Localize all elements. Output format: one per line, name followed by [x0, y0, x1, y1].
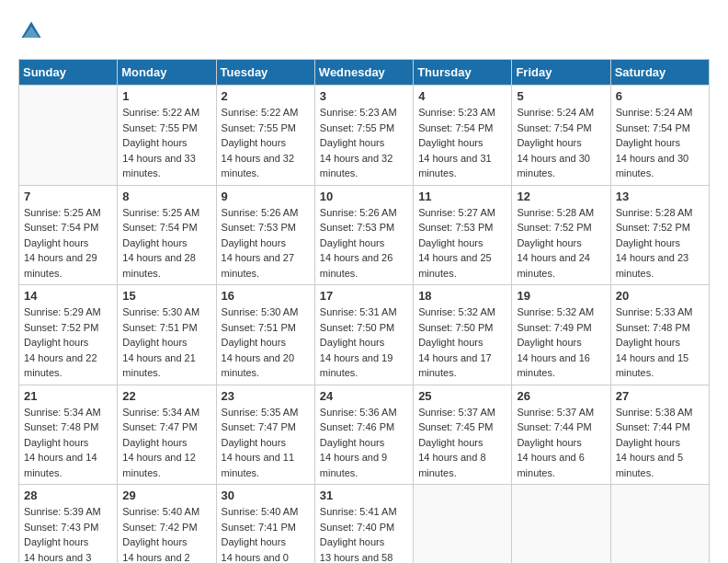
daylight-label: Daylight hours — [122, 536, 187, 547]
day-number: 17 — [320, 289, 408, 303]
day-number: 28 — [24, 488, 112, 502]
sunset-label: Sunset: 7:46 PM — [320, 421, 394, 432]
daylight-label: Daylight hours — [418, 237, 483, 248]
daylight-label: Daylight hours — [616, 437, 680, 448]
days-of-week-row: SundayMondayTuesdayWednesdayThursdayFrid… — [19, 60, 710, 86]
sunrise-label: Sunrise: 5:40 AM — [122, 506, 199, 517]
daylight-duration: 14 hours and 30 minutes. — [616, 153, 689, 179]
calendar-day-cell: 15 Sunrise: 5:30 AM Sunset: 7:51 PM Dayl… — [118, 285, 216, 385]
calendar-day-cell — [19, 86, 118, 186]
daylight-duration: 14 hours and 30 minutes. — [517, 153, 590, 179]
sunrise-label: Sunrise: 5:26 AM — [320, 207, 397, 218]
daylight-label: Daylight hours — [418, 437, 483, 448]
day-info: Sunrise: 5:36 AM Sunset: 7:46 PM Dayligh… — [320, 405, 408, 481]
calendar-day-cell: 26 Sunrise: 5:37 AM Sunset: 7:44 PM Dayl… — [512, 385, 610, 485]
calendar-week-row: 28 Sunrise: 5:39 AM Sunset: 7:43 PM Dayl… — [19, 485, 710, 564]
calendar-table: SundayMondayTuesdayWednesdayThursdayFrid… — [18, 59, 710, 563]
day-of-week-header: Thursday — [414, 60, 512, 86]
sunset-label: Sunset: 7:54 PM — [122, 222, 197, 233]
day-info: Sunrise: 5:32 AM Sunset: 7:50 PM Dayligh… — [418, 304, 506, 381]
sunset-label: Sunset: 7:43 PM — [24, 522, 98, 533]
daylight-duration: 14 hours and 17 minutes. — [418, 352, 492, 379]
daylight-label: Daylight hours — [222, 237, 286, 248]
sunset-label: Sunset: 7:54 PM — [616, 122, 690, 133]
sunset-label: Sunset: 7:53 PM — [418, 222, 493, 233]
sunrise-label: Sunrise: 5:25 AM — [24, 207, 101, 218]
day-info: Sunrise: 5:33 AM Sunset: 7:48 PM Dayligh… — [616, 304, 704, 381]
day-number: 4 — [418, 89, 506, 103]
daylight-duration: 14 hours and 21 minutes. — [122, 352, 196, 379]
sunset-label: Sunset: 7:47 PM — [222, 421, 296, 432]
calendar-week-row: 1 Sunrise: 5:22 AM Sunset: 7:55 PM Dayli… — [19, 86, 710, 186]
calendar-day-cell: 5 Sunrise: 5:24 AM Sunset: 7:54 PM Dayli… — [512, 86, 610, 186]
sunrise-label: Sunrise: 5:23 AM — [418, 107, 495, 118]
day-of-week-header: Monday — [118, 60, 216, 86]
sunset-label: Sunset: 7:47 PM — [122, 421, 197, 432]
sunset-label: Sunset: 7:54 PM — [418, 122, 493, 133]
day-info: Sunrise: 5:24 AM Sunset: 7:54 PM Dayligh… — [616, 105, 704, 181]
daylight-duration: 14 hours and 26 minutes. — [320, 252, 393, 279]
daylight-label: Daylight hours — [320, 137, 384, 148]
calendar-day-cell: 18 Sunrise: 5:32 AM Sunset: 7:50 PM Dayl… — [414, 285, 512, 385]
daylight-label: Daylight hours — [122, 137, 187, 148]
sunset-label: Sunset: 7:55 PM — [222, 122, 296, 133]
daylight-duration: 14 hours and 9 minutes. — [320, 452, 387, 478]
sunset-label: Sunset: 7:51 PM — [222, 322, 296, 333]
day-info: Sunrise: 5:29 AM Sunset: 7:52 PM Dayligh… — [24, 304, 112, 381]
sunrise-label: Sunrise: 5:22 AM — [122, 107, 199, 118]
calendar-day-cell: 6 Sunrise: 5:24 AM Sunset: 7:54 PM Dayli… — [610, 86, 709, 186]
sunrise-label: Sunrise: 5:30 AM — [122, 306, 199, 317]
daylight-label: Daylight hours — [320, 536, 384, 547]
day-number: 20 — [616, 289, 704, 303]
day-number: 11 — [418, 190, 506, 203]
daylight-label: Daylight hours — [320, 237, 384, 248]
day-number: 13 — [616, 190, 704, 203]
day-number: 15 — [122, 289, 210, 303]
day-of-week-header: Wednesday — [314, 60, 413, 86]
sunrise-label: Sunrise: 5:29 AM — [24, 306, 101, 317]
day-number: 3 — [320, 89, 408, 103]
daylight-duration: 14 hours and 27 minutes. — [222, 252, 295, 279]
sunset-label: Sunset: 7:42 PM — [122, 522, 197, 533]
day-info: Sunrise: 5:30 AM Sunset: 7:51 PM Dayligh… — [122, 304, 210, 381]
day-number: 21 — [24, 389, 112, 403]
calendar-day-cell: 22 Sunrise: 5:34 AM Sunset: 7:47 PM Dayl… — [118, 385, 216, 485]
day-info: Sunrise: 5:24 AM Sunset: 7:54 PM Dayligh… — [517, 105, 605, 181]
sunrise-label: Sunrise: 5:36 AM — [320, 407, 397, 418]
day-of-week-header: Friday — [512, 60, 610, 86]
day-number: 5 — [517, 89, 605, 103]
sunset-label: Sunset: 7:48 PM — [24, 421, 98, 432]
day-info: Sunrise: 5:37 AM Sunset: 7:44 PM Dayligh… — [517, 405, 605, 481]
sunrise-label: Sunrise: 5:32 AM — [517, 306, 594, 317]
sunset-label: Sunset: 7:41 PM — [222, 522, 296, 533]
day-number: 25 — [418, 389, 506, 403]
calendar-day-cell: 16 Sunrise: 5:30 AM Sunset: 7:51 PM Dayl… — [216, 285, 314, 385]
daylight-label: Daylight hours — [320, 337, 384, 348]
day-number: 24 — [320, 389, 408, 403]
day-number: 9 — [222, 190, 310, 203]
daylight-label: Daylight hours — [517, 237, 581, 248]
calendar-day-cell: 23 Sunrise: 5:35 AM Sunset: 7:47 PM Dayl… — [216, 385, 314, 485]
calendar-day-cell: 12 Sunrise: 5:28 AM Sunset: 7:52 PM Dayl… — [512, 185, 610, 285]
sunrise-label: Sunrise: 5:23 AM — [320, 107, 397, 118]
daylight-label: Daylight hours — [418, 337, 483, 348]
day-info: Sunrise: 5:38 AM Sunset: 7:44 PM Dayligh… — [616, 405, 704, 481]
daylight-duration: 14 hours and 32 minutes. — [222, 153, 295, 179]
daylight-duration: 14 hours and 24 minutes. — [517, 252, 590, 279]
day-number: 14 — [24, 289, 112, 303]
day-number: 10 — [320, 190, 408, 203]
day-info: Sunrise: 5:28 AM Sunset: 7:52 PM Dayligh… — [616, 205, 704, 282]
daylight-label: Daylight hours — [222, 137, 286, 148]
day-number: 27 — [616, 389, 704, 403]
calendar-day-cell: 13 Sunrise: 5:28 AM Sunset: 7:52 PM Dayl… — [610, 185, 709, 285]
sunset-label: Sunset: 7:50 PM — [418, 322, 493, 333]
sunset-label: Sunset: 7:54 PM — [517, 122, 591, 133]
daylight-label: Daylight hours — [24, 337, 88, 348]
daylight-label: Daylight hours — [616, 337, 680, 348]
daylight-label: Daylight hours — [222, 536, 286, 547]
daylight-duration: 14 hours and 11 minutes. — [222, 452, 295, 478]
sunrise-label: Sunrise: 5:39 AM — [24, 506, 101, 517]
daylight-label: Daylight hours — [616, 237, 680, 248]
daylight-duration: 14 hours and 28 minutes. — [122, 252, 196, 279]
day-number: 6 — [616, 89, 704, 103]
